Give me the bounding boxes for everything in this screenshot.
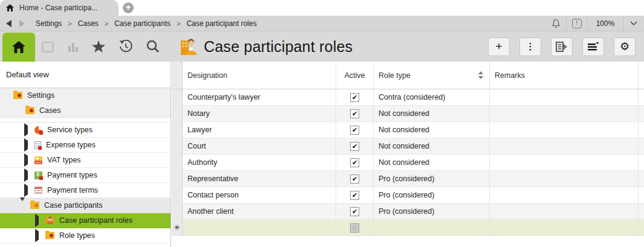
designation-cell[interactable]	[183, 220, 336, 236]
designation-cell[interactable]: Counterparty's lawyer	[183, 89, 336, 106]
new-row-selector[interactable]: ✳	[172, 220, 183, 236]
expand-icon[interactable]	[35, 229, 39, 242]
more-options-button[interactable]: ⋮	[519, 37, 541, 56]
active-checkbox[interactable]: ✔	[350, 109, 359, 118]
role-type-cell[interactable]: Contra (considered)	[374, 89, 490, 106]
sidebar-tab-favorites[interactable]	[92, 40, 105, 53]
designation-cell[interactable]: Notary	[183, 106, 336, 122]
role-type-cell[interactable]: Not considered	[374, 155, 490, 171]
expand-icon[interactable]	[24, 138, 28, 152]
table-row[interactable]: Representative ✔ Pro (considered)	[172, 171, 644, 187]
tree-item-cases[interactable]: Cases	[0, 103, 171, 118]
row-selector[interactable]	[172, 187, 183, 204]
table-row[interactable]: Counterparty's lawyer ✔ Contra (consider…	[172, 89, 644, 106]
remarks-cell[interactable]	[490, 106, 639, 122]
row-selector[interactable]	[172, 106, 183, 122]
tree-item-payment-terms[interactable]: Payment terms	[0, 183, 171, 198]
role-type-cell[interactable]: Pro (considered)	[374, 187, 490, 204]
column-header-remarks[interactable]: Remarks	[490, 62, 639, 89]
tree-item-payment-types[interactable]: Payment types	[0, 168, 171, 183]
table-row[interactable]: Court ✔ Not considered	[172, 138, 644, 155]
role-type-cell[interactable]: Pro (considered)	[374, 204, 490, 220]
expand-icon[interactable]	[35, 214, 39, 227]
table-row[interactable]: Notary ✔ Not considered	[172, 106, 644, 122]
breadcrumb-item-case-participant-roles[interactable]: Case participant roles	[186, 19, 256, 28]
active-checkbox[interactable]: ✔	[350, 93, 359, 102]
table-row[interactable]: Another client ✔ Pro (considered)	[172, 204, 644, 220]
expand-icon[interactable]	[24, 184, 28, 197]
sidebar-tab-search[interactable]	[146, 40, 160, 53]
designation-cell[interactable]: Court	[183, 138, 336, 155]
active-checkbox[interactable]: ✔	[350, 142, 359, 151]
tree-item-case-participant-roles[interactable]: Case participant roles	[0, 213, 171, 228]
column-header-role-type[interactable]: Role type	[374, 62, 490, 89]
remarks-cell[interactable]	[490, 220, 639, 236]
active-checkbox[interactable]: ✔	[350, 191, 359, 200]
remarks-cell[interactable]	[490, 187, 639, 204]
active-tab[interactable]: Home - Case participa...	[0, 0, 119, 16]
row-selector[interactable]	[172, 155, 183, 171]
sidebar-tab-calendar[interactable]	[41, 40, 54, 53]
tree-item-clipped[interactable]: types	[0, 118, 171, 123]
export-button[interactable]	[551, 37, 573, 56]
active-checkbox[interactable]: ✔	[350, 126, 359, 135]
sidebar-tab-home[interactable]	[2, 33, 35, 62]
breadcrumb-item-cases[interactable]: Cases	[78, 19, 99, 28]
column-header-active[interactable]: Active	[336, 62, 374, 89]
sidebar-tab-charts[interactable]	[67, 40, 80, 53]
settings-button[interactable]: ⚙	[614, 37, 636, 56]
alerts-button[interactable]: !	[567, 16, 587, 31]
expand-icon[interactable]	[24, 123, 28, 136]
back-button[interactable]	[6, 20, 11, 27]
expand-icon[interactable]	[24, 153, 28, 167]
remarks-cell[interactable]	[490, 171, 639, 187]
new-row[interactable]: ✳	[172, 220, 644, 236]
active-checkbox[interactable]: ✔	[350, 207, 359, 216]
collapse-icon[interactable]	[20, 197, 25, 210]
tree-item-settings[interactable]: Settings	[0, 88, 171, 103]
row-selector[interactable]	[172, 204, 183, 220]
role-type-cell[interactable]	[374, 220, 490, 236]
breadcrumb-item-settings[interactable]: Settings	[36, 19, 62, 28]
remarks-cell[interactable]	[490, 138, 639, 155]
role-type-cell[interactable]: Not considered	[374, 138, 490, 155]
table-row[interactable]: Lawyer ✔ Not considered	[172, 122, 644, 138]
forward-button[interactable]	[19, 20, 25, 27]
remarks-cell[interactable]	[490, 89, 639, 106]
role-type-cell[interactable]: Pro (considered)	[374, 171, 490, 187]
role-type-cell[interactable]: Not considered	[374, 106, 490, 122]
breadcrumb-item-case-participants[interactable]: Case participants	[114, 19, 171, 28]
zoom-dropdown-button[interactable]	[623, 16, 644, 31]
tree-item-case-participants[interactable]: Case participants	[0, 198, 171, 213]
sidebar-tab-history[interactable]	[119, 40, 132, 53]
view-selector[interactable]: Default view	[0, 62, 171, 88]
table-row[interactable]: Authority ✔ Not considered	[172, 155, 644, 171]
expand-icon[interactable]	[24, 168, 28, 182]
designation-cell[interactable]: Representative	[183, 171, 336, 187]
role-type-cell[interactable]: Not considered	[374, 122, 490, 138]
tree-item-service-types[interactable]: Service types	[0, 123, 171, 138]
active-checkbox-unset[interactable]	[350, 223, 359, 233]
tree-item-role-types[interactable]: Role types	[0, 228, 171, 243]
row-selector[interactable]	[172, 171, 183, 187]
table-row[interactable]: Contact person ✔ Pro (considered)	[172, 187, 644, 204]
row-selector[interactable]	[172, 122, 183, 138]
remarks-cell[interactable]	[490, 204, 639, 220]
active-checkbox[interactable]: ✔	[350, 158, 359, 167]
view-menu-button[interactable]	[582, 37, 604, 56]
new-tab-button[interactable]: +	[123, 2, 134, 13]
remarks-cell[interactable]	[490, 155, 639, 171]
add-button[interactable]: +	[488, 37, 510, 56]
tree-item-vat-types[interactable]: VAT types	[0, 153, 171, 168]
notifications-button[interactable]	[545, 16, 566, 31]
designation-cell[interactable]: Another client	[183, 204, 336, 220]
designation-cell[interactable]: Authority	[183, 155, 336, 171]
column-header-designation[interactable]: Designation	[183, 62, 336, 89]
active-checkbox[interactable]: ✔	[350, 175, 359, 184]
sort-icon[interactable]	[478, 71, 483, 79]
designation-cell[interactable]: Lawyer	[183, 122, 336, 138]
tree-item-expense-types[interactable]: Expense types	[0, 138, 171, 153]
row-selector[interactable]	[172, 89, 183, 106]
designation-cell[interactable]: Contact person	[183, 187, 336, 204]
zoom-level[interactable]: 100%	[588, 19, 623, 28]
